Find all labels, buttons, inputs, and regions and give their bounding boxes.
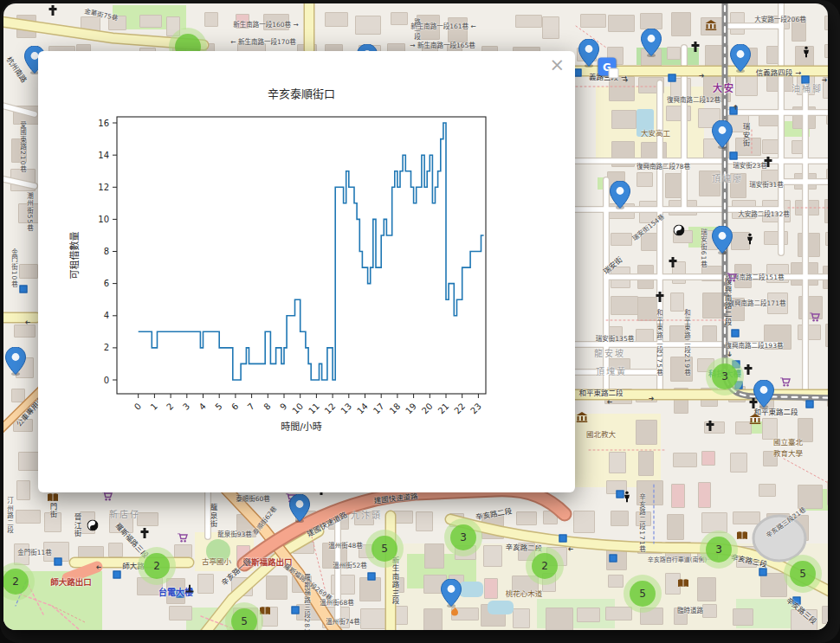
svg-text:17: 17 xyxy=(372,402,386,416)
svg-text:10: 10 xyxy=(290,402,305,416)
location-pin-icon[interactable] xyxy=(289,494,310,523)
svg-text:2: 2 xyxy=(165,402,175,412)
svg-text:8: 8 xyxy=(104,247,109,256)
location-pin-icon[interactable] xyxy=(753,380,774,408)
location-pin-icon[interactable] xyxy=(5,347,26,376)
svg-text:22: 22 xyxy=(452,402,467,416)
chart-svg: 辛亥泰順街口 012345678910111213141718192021222… xyxy=(38,51,575,492)
svg-text:18: 18 xyxy=(388,402,403,416)
cluster-count: 3 xyxy=(450,524,476,550)
cluster-count: 2 xyxy=(144,553,170,579)
cluster-marker[interactable]: 2 xyxy=(138,547,176,585)
svg-text:0: 0 xyxy=(104,376,109,385)
svg-text:21: 21 xyxy=(436,402,451,416)
cluster-marker[interactable]: 5 xyxy=(365,530,404,568)
cluster-marker[interactable]: 2 xyxy=(3,563,35,601)
svg-text:16: 16 xyxy=(98,119,109,128)
location-pin-icon[interactable] xyxy=(712,226,733,254)
svg-text:5: 5 xyxy=(213,402,223,412)
y-axis-label: 可租借數量 xyxy=(69,232,81,280)
availability-chart: 辛亥泰順街口 012345678910111213141718192021222… xyxy=(38,51,575,492)
location-pin-icon[interactable] xyxy=(441,579,462,608)
cluster-marker[interactable]: 3 xyxy=(700,530,738,569)
svg-text:13: 13 xyxy=(339,402,353,416)
window-frame: 新生南路一段160巷 →← 新生南路一段170巷新生南路一段161巷 ←→ 新生… xyxy=(0,0,840,643)
cluster-marker[interactable]: 3 xyxy=(706,357,744,395)
location-pin-icon[interactable] xyxy=(610,181,630,209)
svg-text:19: 19 xyxy=(404,402,418,416)
cluster-count: 5 xyxy=(790,561,816,587)
svg-text:4: 4 xyxy=(104,311,109,320)
map-canvas[interactable]: 新生南路一段160巷 →← 新生南路一段170巷新生南路一段161巷 ←→ 新生… xyxy=(3,3,828,630)
svg-text:23: 23 xyxy=(468,402,483,416)
cluster-marker[interactable]: 3 xyxy=(444,518,482,556)
cluster-count: 5 xyxy=(372,536,397,562)
cluster-count: 2 xyxy=(3,569,29,595)
svg-text:7: 7 xyxy=(246,402,256,412)
cluster-marker[interactable]: 5 xyxy=(225,602,263,630)
availability-line xyxy=(139,123,484,380)
location-pin-icon[interactable] xyxy=(712,120,733,149)
chart-title: 辛亥泰順街口 xyxy=(268,87,335,100)
svg-text:12: 12 xyxy=(323,402,338,416)
cluster-marker[interactable]: 5 xyxy=(784,555,822,593)
x-axis-label: 時間/小時 xyxy=(281,421,322,433)
plot-frame xyxy=(117,117,486,394)
cluster-marker[interactable]: 5 xyxy=(624,575,662,613)
svg-text:14: 14 xyxy=(355,402,370,416)
svg-text:2: 2 xyxy=(104,343,109,352)
close-icon[interactable]: × xyxy=(549,53,565,78)
svg-text:12: 12 xyxy=(98,183,109,192)
cluster-count: 2 xyxy=(532,553,558,579)
cluster-count: 5 xyxy=(630,581,656,607)
svg-text:4: 4 xyxy=(197,402,208,412)
station-chart-modal: × 辛亥泰順街口 0123456789101112131417181920212… xyxy=(38,51,575,492)
cluster-count: 3 xyxy=(706,537,732,563)
location-pin-icon[interactable] xyxy=(578,39,599,68)
svg-text:9: 9 xyxy=(278,402,288,412)
cluster-count: 3 xyxy=(712,363,738,389)
svg-text:20: 20 xyxy=(420,402,435,416)
svg-text:11: 11 xyxy=(307,402,321,416)
svg-text:14: 14 xyxy=(98,151,109,160)
cluster-count: 5 xyxy=(231,608,257,630)
svg-text:3: 3 xyxy=(181,402,191,412)
location-pin-icon[interactable] xyxy=(730,44,751,73)
svg-text:8: 8 xyxy=(262,402,272,412)
svg-text:6: 6 xyxy=(104,279,109,288)
cluster-marker[interactable]: 2 xyxy=(526,547,564,585)
svg-text:1: 1 xyxy=(149,402,159,412)
location-pin-icon[interactable] xyxy=(641,29,662,57)
svg-text:0: 0 xyxy=(132,402,143,412)
svg-text:6: 6 xyxy=(229,402,240,412)
svg-text:10: 10 xyxy=(98,215,109,224)
